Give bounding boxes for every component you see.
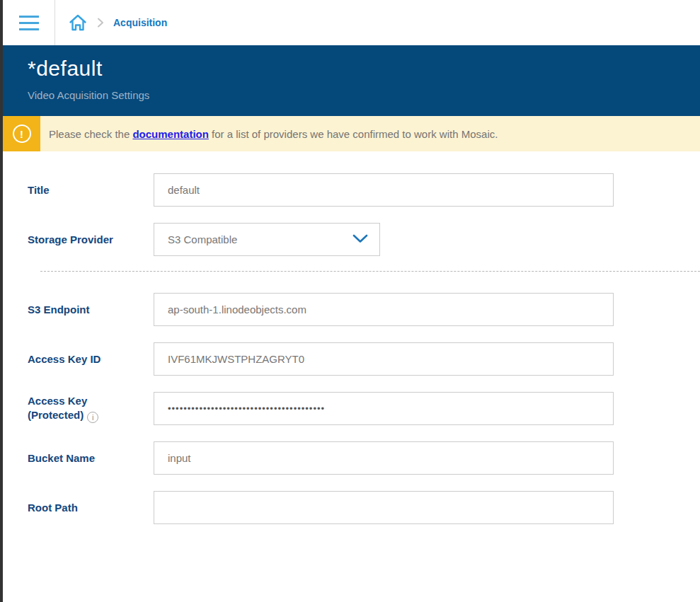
access-key-protected-input[interactable] <box>154 392 614 425</box>
breadcrumb: Acquisition <box>55 0 167 45</box>
access-key-protected-label: Access Key (Protected)i <box>28 394 154 423</box>
form-row-bucket-name: Bucket Name <box>28 441 700 475</box>
form-row-root-path: Root Path <box>28 491 700 524</box>
form-row-title: Title <box>28 173 700 207</box>
exclamation-circle-icon: ! <box>13 125 31 143</box>
banner-text-after: for a list of providers we have confirme… <box>209 128 498 140</box>
page-subtitle: Video Acquisition Settings <box>28 89 700 101</box>
storage-provider-value: S3 Compatible <box>168 233 237 245</box>
banner-text-before: Please check the <box>49 128 132 140</box>
root-path-label: Root Path <box>28 501 154 515</box>
top-bar: Acquisition <box>3 0 700 45</box>
bucket-name-label: Bucket Name <box>28 451 154 465</box>
page-title: *default <box>28 57 700 81</box>
settings-form: Title Storage Provider S3 Compatible S3 … <box>3 151 700 524</box>
warning-banner-message: Please check the documentation for a lis… <box>40 116 498 151</box>
documentation-link[interactable]: documentation <box>132 128 209 140</box>
section-divider <box>40 271 700 272</box>
form-row-access-key-id: Access Key ID <box>28 342 700 376</box>
form-row-access-key-protected: Access Key (Protected)i <box>28 392 700 425</box>
title-label: Title <box>28 183 154 197</box>
chevron-right-icon <box>96 17 105 28</box>
access-key-id-label: Access Key ID <box>28 352 154 366</box>
storage-provider-select[interactable]: S3 Compatible <box>154 223 380 256</box>
chevron-down-icon <box>352 233 368 245</box>
s3-endpoint-input[interactable] <box>154 293 614 326</box>
title-input[interactable] <box>154 173 614 207</box>
access-key-id-input[interactable] <box>154 342 614 376</box>
s3-endpoint-label: S3 Endpoint <box>28 303 154 317</box>
page: Acquisition *default Video Acquisition S… <box>0 0 700 602</box>
bucket-name-input[interactable] <box>154 441 614 475</box>
storage-provider-label: Storage Provider <box>28 233 154 247</box>
info-circle-icon[interactable]: i <box>87 412 98 423</box>
menu-button[interactable] <box>3 0 55 45</box>
page-header: *default Video Acquisition Settings <box>3 45 700 116</box>
warning-banner: ! Please check the documentation for a l… <box>3 116 700 151</box>
hamburger-menu-icon <box>19 16 39 30</box>
breadcrumb-current[interactable]: Acquisition <box>113 17 167 28</box>
form-row-s3-endpoint: S3 Endpoint <box>28 293 700 326</box>
warning-banner-accent: ! <box>3 116 40 151</box>
home-icon[interactable] <box>68 13 88 33</box>
root-path-input[interactable] <box>154 491 614 524</box>
form-row-storage-provider: Storage Provider S3 Compatible <box>28 223 700 256</box>
